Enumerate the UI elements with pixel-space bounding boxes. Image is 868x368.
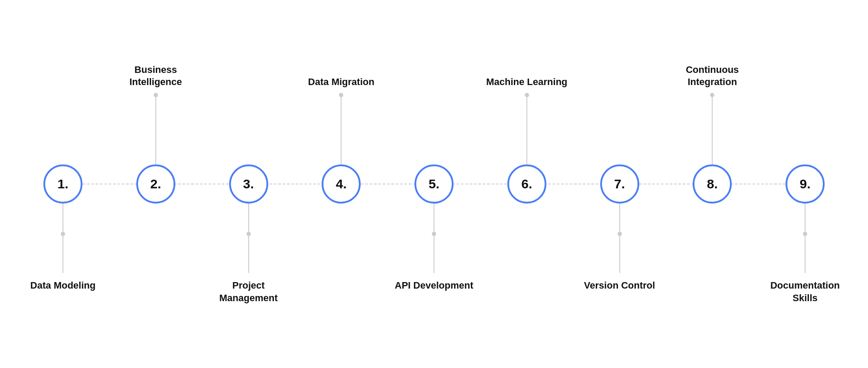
dot-top-4 bbox=[339, 93, 343, 97]
node-1: Data Modeling 1. bbox=[43, 164, 82, 204]
vline-bottom-7 bbox=[619, 204, 620, 273]
vline-bottom-3 bbox=[248, 204, 249, 273]
timeline-container: Data Modeling 1. Business Intelligence 2… bbox=[22, 32, 846, 336]
label-bottom-5: API Development bbox=[395, 279, 473, 292]
circle-3: 3. bbox=[229, 164, 268, 204]
nodes-row: Data Modeling 1. Business Intelligence 2… bbox=[22, 158, 846, 210]
label-bottom-7: Version Control bbox=[584, 279, 655, 292]
circle-4: 4. bbox=[322, 164, 361, 204]
node-6: Machine Learning 6. bbox=[507, 164, 546, 204]
dot-bottom-9 bbox=[803, 232, 807, 236]
label-bottom-3: Project Management bbox=[205, 279, 292, 304]
label-top-6: Machine Learning bbox=[486, 76, 567, 89]
node-2: Business Intelligence 2. bbox=[136, 164, 175, 204]
vline-bottom-5 bbox=[434, 204, 434, 273]
dot-top-2 bbox=[154, 93, 158, 97]
vline-top-2 bbox=[155, 95, 156, 164]
vline-top-6 bbox=[526, 95, 527, 164]
node-4: Data Migration 4. bbox=[322, 164, 361, 204]
circle-9: 9. bbox=[786, 164, 825, 204]
node-7: Version Control 7. bbox=[600, 164, 639, 204]
vline-bottom-1 bbox=[62, 204, 63, 273]
circle-8: 8. bbox=[693, 164, 732, 204]
dot-top-6 bbox=[525, 93, 529, 97]
vline-top-4 bbox=[341, 95, 342, 164]
label-top-4: Data Migration bbox=[308, 76, 375, 89]
label-bottom-9: Documentation Skills bbox=[762, 279, 848, 304]
node-9: Documentation Skills 9. bbox=[786, 164, 825, 204]
dot-bottom-3 bbox=[247, 232, 251, 236]
circle-5: 5. bbox=[414, 164, 454, 204]
circle-6: 6. bbox=[507, 164, 546, 204]
dot-bottom-7 bbox=[618, 232, 622, 236]
label-top-8: Continuous Integration bbox=[669, 64, 756, 89]
dot-bottom-5 bbox=[432, 232, 436, 236]
label-bottom-1: Data Modeling bbox=[30, 279, 95, 292]
dot-bottom-1 bbox=[61, 232, 65, 236]
circle-1: 1. bbox=[43, 164, 82, 204]
vline-top-8 bbox=[712, 95, 713, 164]
vline-bottom-9 bbox=[805, 204, 806, 273]
timeline-wrapper: Data Modeling 1. Business Intelligence 2… bbox=[22, 158, 846, 210]
circle-2: 2. bbox=[136, 164, 175, 204]
node-5: API Development 5. bbox=[414, 164, 454, 204]
node-3: Project Management 3. bbox=[229, 164, 268, 204]
dot-top-8 bbox=[710, 93, 714, 97]
node-8: Continuous Integration 8. bbox=[693, 164, 732, 204]
label-top-2: Business Intelligence bbox=[112, 64, 199, 89]
circle-7: 7. bbox=[600, 164, 639, 204]
